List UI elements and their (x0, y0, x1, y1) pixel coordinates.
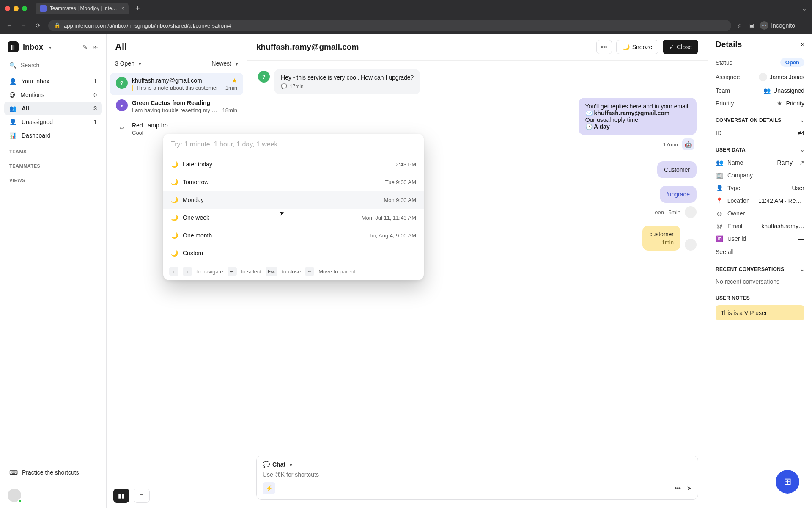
composer-more-icon[interactable]: ••• (675, 485, 681, 491)
snooze-input[interactable] (163, 134, 424, 155)
sidebar-item-your-inbox[interactable]: 👤 Your inbox 1 (4, 75, 102, 88)
layout-split-button[interactable]: ▮▮ (113, 489, 129, 503)
intercom-launcher-button[interactable]: ⊞ (776, 470, 799, 494)
user-data-row[interactable]: 👤 Type User (716, 182, 804, 194)
snooze-option-label: One week (183, 214, 357, 221)
section-recent-conversations[interactable]: RECENT CONVERSATIONS ⌄ (716, 266, 804, 272)
user-data-row[interactable]: 🆔 User id — (716, 232, 804, 245)
avatar (759, 73, 767, 81)
tab-close-icon[interactable]: × (121, 6, 124, 11)
convlist-footer: ▮▮ ≡ (107, 483, 247, 508)
nav-back-icon[interactable]: ← (5, 22, 14, 29)
composer-input[interactable]: Use ⌘K for shortcuts (263, 471, 692, 478)
sidebar-section-teammates[interactable]: TEAMMATES (4, 157, 102, 171)
nav-reload-icon[interactable]: ⟳ (34, 22, 42, 29)
user-data-row[interactable]: @ Email khuffash.ramy… (716, 220, 804, 232)
section-user-notes[interactable]: USER NOTES (716, 295, 804, 301)
detail-team[interactable]: Team 👥Unassigned (716, 84, 804, 97)
section-user-data[interactable]: USER DATA ⌄ (716, 147, 804, 153)
snooze-option[interactable]: 🌙 Monday Mon 9:00 AM (163, 191, 424, 209)
sidebar-search[interactable]: 🔍 Search (4, 58, 102, 72)
window-maximize-icon[interactable] (22, 6, 27, 11)
composer-mode[interactable]: 💬 Chat (263, 461, 692, 468)
url-input[interactable]: 🔒 app.intercom.com/a/inbox/nnsgmgob/inbo… (48, 20, 731, 31)
extensions-icon[interactable]: ▣ (749, 22, 754, 29)
chat-icon: 💬 (281, 83, 287, 89)
user-data-row[interactable]: 🏢 Company — (716, 169, 804, 182)
snooze-option[interactable]: 🌙 Custom (163, 244, 424, 262)
sort-filter[interactable]: Newest (211, 60, 238, 67)
note-bubble: customer 1min (642, 226, 680, 251)
inbox-switcher-icon[interactable] (47, 44, 52, 50)
macros-icon[interactable]: ⚡ (263, 482, 275, 494)
conversation-item[interactable]: • Green Cactus from Reading I am having … (110, 95, 243, 118)
convlist-filters: 3 Open Newest (107, 57, 247, 73)
reply-icon: ↩ (116, 122, 128, 134)
composer[interactable]: 💬 Chat Use ⌘K for shortcuts ⚡ ••• ➤ (256, 456, 698, 500)
details-title: Details (716, 40, 742, 49)
snooze-option[interactable]: 🌙 One month Thu, Aug 4, 9:00 AM (163, 226, 424, 244)
see-all-link[interactable]: See all (716, 245, 804, 259)
message-bubble-partial: Customer (657, 161, 697, 178)
open-filter[interactable]: 3 Open (115, 60, 141, 67)
detail-priority[interactable]: Priority ★Priority (716, 97, 804, 110)
nav-forward-icon[interactable]: → (19, 22, 28, 29)
team-icon: 👥 (763, 87, 771, 94)
snooze-option[interactable]: 🌙 Later today 2:43 PM (163, 155, 424, 173)
close-details-icon[interactable]: × (801, 41, 804, 48)
section-conversation-details[interactable]: CONVERSATION DETAILS ⌄ (716, 117, 804, 123)
browser-chrome: Teammates | Moodjoy | Interco × + ⌄ ← → … (0, 0, 812, 34)
sidebar-item-dashboard[interactable]: 📊 Dashboard (4, 129, 102, 142)
snooze-option-time: 2:43 PM (396, 161, 416, 168)
bookmark-icon[interactable]: ☆ (737, 22, 743, 29)
avatar: ? (116, 77, 128, 89)
sidebar-item-unassigned[interactable]: 👤 Unassigned 1 (4, 115, 102, 129)
browser-tab[interactable]: Teammates | Moodjoy | Interco × (36, 3, 129, 14)
snooze-option[interactable]: 🌙 One week Mon, Jul 11, 11:43 AM (163, 209, 424, 226)
moon-icon: 🌙 (171, 214, 178, 221)
users-icon: 👥 (9, 105, 16, 112)
conversation-header: khuffash.ramy@gmail.com ••• 🌙 Snooze ✓ C… (247, 34, 708, 61)
window-minimize-icon[interactable] (14, 6, 19, 11)
sidebar-item-mentions[interactable]: @ Mentions 0 (4, 88, 102, 102)
moon-icon: 🌙 (171, 161, 178, 168)
chevron-down-icon (288, 461, 292, 468)
url-text: app.intercom.com/a/inbox/nnsgmgob/inbox/… (64, 22, 231, 29)
user-data-row[interactable]: ◎ Owner — (716, 207, 804, 220)
user-data-row[interactable]: 👥 Name Ramy ↗ (716, 156, 804, 169)
collapse-sidebar-icon[interactable]: ⇤ (93, 44, 99, 50)
window-close-icon[interactable] (5, 6, 10, 11)
status-badge[interactable]: Open (780, 58, 804, 67)
avatar (685, 239, 697, 251)
message-row: ? Hey - this service is very cool. How c… (258, 69, 697, 94)
new-tab-button[interactable]: + (132, 4, 143, 13)
snooze-option[interactable]: 🌙 Tomorrow Tue 9:00 AM (163, 173, 424, 191)
user-data-row[interactable]: 📍 Location 11:42 AM · Rea… (716, 194, 804, 207)
bot-avatar-icon: 🤖 (682, 138, 694, 150)
more-actions-button[interactable]: ••• (596, 40, 612, 54)
snooze-button[interactable]: 🌙 Snooze (616, 40, 658, 54)
conversation-item[interactable]: ? khuffash.ramy@gmail.com ★ This is a no… (110, 73, 243, 95)
browser-menu-icon[interactable]: ⋮ (801, 22, 807, 29)
practice-shortcuts-link[interactable]: ⌨ Practice the shortcuts (4, 465, 102, 480)
sidebar-item-all[interactable]: 👥 All 3 (4, 102, 102, 115)
send-icon[interactable]: ➤ (687, 485, 692, 491)
moon-icon: 🌙 (171, 196, 178, 203)
external-link-icon[interactable]: ↗ (799, 159, 804, 166)
chevron-down-icon (234, 60, 238, 67)
enter-key-icon: ↵ (228, 267, 237, 276)
layout-list-button[interactable]: ≡ (134, 489, 150, 503)
detail-assignee[interactable]: Assignee James Jonas (716, 70, 804, 84)
user-note[interactable]: This is a VIP user (716, 305, 804, 320)
moon-icon: 🌙 (171, 250, 178, 257)
sidebar-section-teams[interactable]: TEAMS (4, 142, 102, 157)
chevron-down-icon: ⌄ (800, 117, 804, 123)
current-user-avatar[interactable] (8, 489, 21, 502)
compose-icon[interactable]: ✎ (82, 44, 88, 50)
tab-overflow-icon[interactable]: ⌄ (802, 5, 807, 12)
detail-id: ID #4 (716, 127, 804, 139)
sidebar-section-views[interactable]: VIEWS (4, 171, 102, 185)
tab-bar: Teammates | Moodjoy | Interco × + ⌄ (0, 0, 812, 17)
star-icon[interactable]: ★ (232, 77, 237, 84)
close-button[interactable]: ✓ Close (663, 40, 698, 54)
